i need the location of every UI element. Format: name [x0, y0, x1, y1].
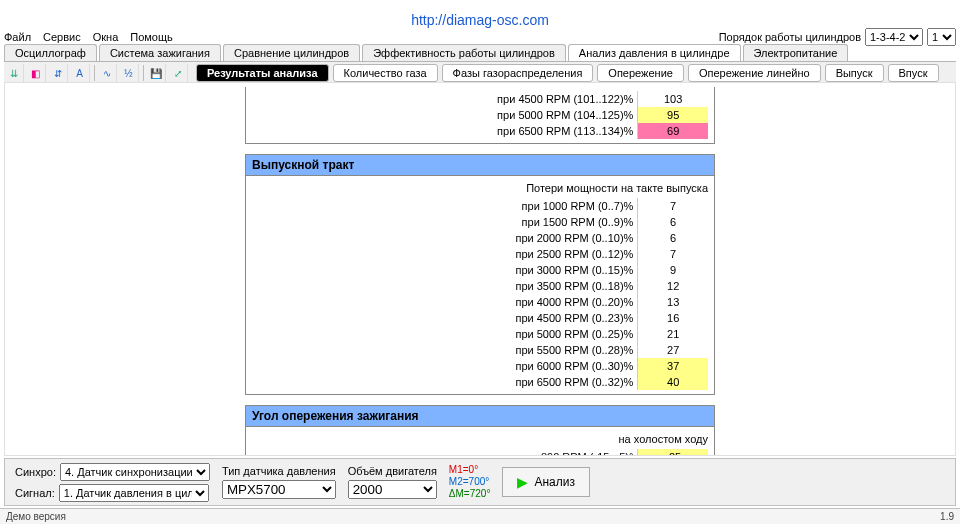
tool-icon[interactable]: ⇊: [6, 64, 24, 82]
top-url: http://diamag-osc.com: [0, 12, 960, 28]
row-label: при 1500 RPM (0..9)%: [252, 214, 638, 230]
data-row: при 6500 RPM (113..134)%69: [252, 123, 708, 139]
tool-icon[interactable]: A: [72, 64, 90, 82]
timing-sublabel: на холостом ходу: [252, 431, 708, 449]
data-row: при 1000 RPM (0..7)%7: [252, 198, 708, 214]
row-value: 21: [638, 326, 708, 342]
menu-window[interactable]: Окна: [93, 31, 119, 43]
bottom-bar: Синхро: 4. Датчик синхронизации Сигнал: …: [4, 458, 956, 506]
row-value: 69: [638, 123, 708, 139]
tool-icon[interactable]: ⇵: [50, 64, 68, 82]
main-tab[interactable]: Анализ давления в цилиндре: [568, 44, 741, 61]
exhaust-header: Выпускной тракт: [246, 155, 714, 176]
data-row: при 6000 RPM (0..30)%37: [252, 358, 708, 374]
status-bar: Демо версия 1.9: [0, 508, 960, 524]
marker-values: M1=0° M2=700° ΔM=720°: [449, 464, 491, 500]
sync-select[interactable]: 4. Датчик синхронизации: [60, 463, 210, 481]
main-tab[interactable]: Эффективность работы цилиндров: [362, 44, 566, 61]
row-value: 6: [638, 230, 708, 246]
tool-icon[interactable]: ½: [121, 64, 139, 82]
data-row: при 5500 RPM (0..28)%27: [252, 342, 708, 358]
timing-header: Угол опережения зажигания: [246, 406, 714, 427]
row-value: 16: [638, 310, 708, 326]
menu-help[interactable]: Помощь: [130, 31, 173, 43]
data-row: при 6500 RPM (0..32)%40: [252, 374, 708, 390]
data-row: при 890 RPM (-15..-5)°-25: [252, 449, 708, 456]
row-label: при 2000 RPM (0..10)%: [252, 230, 638, 246]
row-value: 27: [638, 342, 708, 358]
row-label: при 5500 RPM (0..28)%: [252, 342, 638, 358]
tool-icon[interactable]: ◧: [28, 64, 46, 82]
exhaust-sublabel: Потери мощности на такте выпуска: [252, 180, 708, 198]
data-row: при 4500 RPM (0..23)%16: [252, 310, 708, 326]
save-icon[interactable]: 💾: [148, 64, 166, 82]
row-label: при 6500 RPM (113..134)%: [252, 123, 638, 139]
play-icon: ▶: [517, 474, 528, 490]
sync-label: Синхро:: [15, 466, 56, 478]
row-value: 7: [638, 246, 708, 262]
row-label: при 890 RPM (-15..-5)°: [252, 449, 638, 456]
sensor-select[interactable]: MPX5700: [222, 480, 336, 499]
menu-file[interactable]: Файл: [4, 31, 31, 43]
row-label: при 3000 RPM (0..15)%: [252, 262, 638, 278]
row-value: 13: [638, 294, 708, 310]
menu-service[interactable]: Сервис: [43, 31, 81, 43]
row-value: -25: [638, 449, 708, 456]
data-row: при 5000 RPM (104..125)%95: [252, 107, 708, 123]
tool-icon[interactable]: ∿: [99, 64, 117, 82]
analyze-button[interactable]: ▶ Анализ: [502, 467, 590, 497]
data-row: при 2000 RPM (0..10)%6: [252, 230, 708, 246]
main-tab[interactable]: Система зажигания: [99, 44, 221, 61]
sub-tab[interactable]: Опережение линейно: [688, 64, 821, 82]
row-value: 7: [638, 198, 708, 214]
row-value: 95: [638, 107, 708, 123]
results-scroll-area[interactable]: при 4500 RPM (101..122)%103при 5000 RPM …: [4, 82, 956, 456]
data-row: при 1500 RPM (0..9)%6: [252, 214, 708, 230]
data-row: при 5000 RPM (0..25)%21: [252, 326, 708, 342]
main-tab[interactable]: Сравнение цилиндров: [223, 44, 360, 61]
sub-tab-strip: Результаты анализаКоличество газаФазы га…: [196, 64, 939, 82]
row-value: 37: [638, 358, 708, 374]
status-right: 1.9: [940, 511, 954, 522]
sub-tab[interactable]: Количество газа: [333, 64, 438, 82]
row-label: при 4000 RPM (0..20)%: [252, 294, 638, 310]
engvol-label: Объём двигателя: [348, 465, 437, 477]
row-label: при 1000 RPM (0..7)%: [252, 198, 638, 214]
row-label: при 3500 RPM (0..18)%: [252, 278, 638, 294]
sub-tab[interactable]: Выпуск: [825, 64, 884, 82]
row-value: 103: [638, 91, 708, 107]
row-value: 6: [638, 214, 708, 230]
row-value: 9: [638, 262, 708, 278]
sub-tab[interactable]: Опережение: [597, 64, 684, 82]
row-label: при 6000 RPM (0..30)%: [252, 358, 638, 374]
row-value: 12: [638, 278, 708, 294]
row-label: при 2500 RPM (0..12)%: [252, 246, 638, 262]
engvol-select[interactable]: 2000: [348, 480, 437, 499]
sensor-label: Тип датчика давления: [222, 465, 336, 477]
main-tab[interactable]: Осциллограф: [4, 44, 97, 61]
row-label: при 5000 RPM (104..125)%: [252, 107, 638, 123]
row-label: при 6500 RPM (0..32)%: [252, 374, 638, 390]
main-tab-strip: ОсциллографСистема зажиганияСравнение ци…: [4, 44, 956, 62]
sub-tab[interactable]: Результаты анализа: [196, 64, 329, 82]
data-row: при 2500 RPM (0..12)%7: [252, 246, 708, 262]
signal-select[interactable]: 1. Датчик давления в цилиндре: [59, 484, 209, 502]
expand-icon[interactable]: ⤢: [170, 64, 188, 82]
row-label: при 5000 RPM (0..25)%: [252, 326, 638, 342]
signal-label: Сигнал:: [15, 487, 55, 499]
sub-tab[interactable]: Впуск: [888, 64, 939, 82]
row-label: при 4500 RPM (0..23)%: [252, 310, 638, 326]
data-row: при 4500 RPM (101..122)%103: [252, 91, 708, 107]
status-left: Демо версия: [6, 511, 66, 522]
data-row: при 3000 RPM (0..15)%9: [252, 262, 708, 278]
sub-tab[interactable]: Фазы газораспределения: [442, 64, 594, 82]
row-value: 40: [638, 374, 708, 390]
data-row: при 4000 RPM (0..20)%13: [252, 294, 708, 310]
data-row: при 3500 RPM (0..18)%12: [252, 278, 708, 294]
firing-order-label: Порядок работы цилиндров: [719, 31, 861, 43]
row-label: при 4500 RPM (101..122)%: [252, 91, 638, 107]
main-tab[interactable]: Электропитание: [743, 44, 849, 61]
